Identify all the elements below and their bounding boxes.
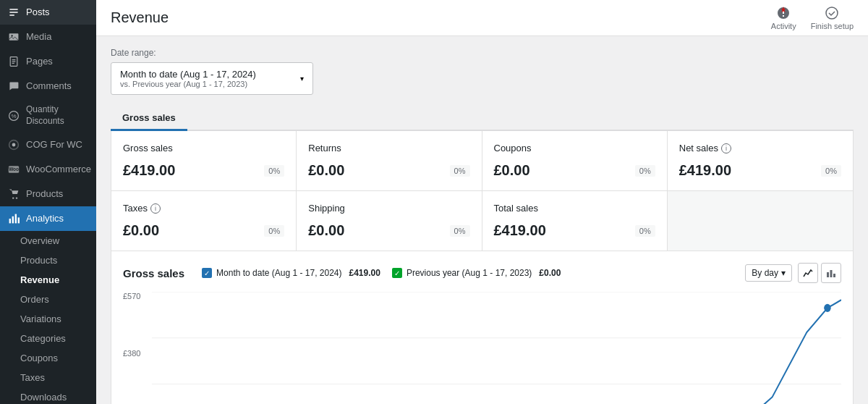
analytics-submenu: Overview Products Revenue Orders Variati…: [0, 231, 96, 404]
stat-value-total-sales: £419.00: [494, 222, 546, 239]
date-range-main: Month to date (Aug 1 - 17, 2024): [120, 69, 256, 80]
stat-badge-gross-sales: 0%: [264, 165, 284, 177]
svg-point-25: [824, 304, 831, 312]
sub-item-variations[interactable]: Variations: [0, 309, 96, 329]
pages-icon: [7, 55, 20, 68]
date-range-selector[interactable]: Month to date (Aug 1 - 17, 2024) vs. Pre…: [111, 62, 313, 95]
svg-rect-14: [12, 216, 14, 224]
stat-badge-coupons: 0%: [635, 165, 655, 177]
sidebar-item-media[interactable]: Media: [0, 25, 96, 49]
sub-item-categories[interactable]: Categories: [0, 329, 96, 348]
stat-label-total-sales: Total sales: [494, 203, 655, 214]
date-range-sub: vs. Previous year (Aug 1 - 17, 2023): [120, 80, 256, 88]
stat-taxes: Taxes i £0.00 0%: [111, 191, 297, 251]
stat-net-sales: Net sales i £419.00 0%: [668, 131, 853, 190]
products-icon: [7, 188, 20, 201]
line-chart-button[interactable]: [798, 263, 818, 283]
sidebar-item-cog-for-wc[interactable]: COG For WC: [0, 132, 96, 157]
info-icon-net-sales[interactable]: i: [721, 143, 731, 153]
y-label-380: £380: [123, 349, 140, 358]
stat-value-coupons: £0.00: [494, 162, 530, 179]
legend-previous: ✓ Previous year (Aug 1 - 17, 2023) £0.00: [392, 268, 561, 278]
by-day-label: By day: [752, 268, 778, 278]
tab-gross-sales[interactable]: Gross sales: [111, 106, 187, 131]
svg-rect-16: [18, 218, 20, 224]
stat-badge-shipping: 0%: [450, 225, 470, 237]
svg-text:%: %: [11, 113, 16, 119]
info-icon-taxes[interactable]: i: [150, 203, 161, 214]
chart-svg-container: [152, 292, 841, 404]
stat-label-shipping: Shipping: [308, 203, 469, 214]
by-day-selector[interactable]: By day ▾: [745, 264, 792, 282]
sidebar-label-woocommerce: WooCommerce: [26, 164, 91, 175]
svg-point-12: [16, 198, 17, 199]
svg-rect-13: [9, 219, 11, 223]
stat-returns: Returns £0.00 0%: [297, 131, 482, 190]
sidebar-item-analytics[interactable]: Analytics: [0, 206, 96, 231]
sidebar-label-analytics: Analytics: [26, 213, 64, 224]
main-content: Revenue Activity Finish setup Date range…: [96, 0, 868, 404]
stat-label-net-sales: Net sales i: [679, 143, 841, 153]
stat-empty: [668, 191, 853, 251]
finish-setup-button[interactable]: Finish setup: [811, 6, 854, 30]
header-actions: Activity Finish setup: [771, 6, 854, 30]
svg-rect-18: [827, 272, 829, 277]
chart-controls: By day ▾: [745, 263, 841, 283]
sub-item-taxes[interactable]: Taxes: [0, 368, 96, 387]
sidebar-item-woocommerce[interactable]: Woo WooCommerce: [0, 157, 96, 182]
stat-label-taxes: Taxes i: [123, 203, 284, 214]
sub-item-overview[interactable]: Overview: [0, 231, 96, 251]
stat-label-coupons: Coupons: [494, 143, 655, 153]
activity-label: Activity: [771, 22, 796, 30]
chart-tabs: Gross sales: [111, 106, 854, 131]
chevron-down-icon: ▾: [300, 75, 304, 83]
chart-header: Gross sales ✓ Month to date (Aug 1 - 17,…: [123, 263, 841, 283]
analytics-icon: [7, 212, 20, 225]
sidebar-item-products[interactable]: Products: [0, 182, 96, 206]
posts-icon: [7, 6, 20, 19]
sidebar: Posts Media Pages Comments % Quantity Di…: [0, 0, 96, 404]
sidebar-item-posts[interactable]: Posts: [0, 0, 96, 25]
activity-button[interactable]: Activity: [771, 6, 796, 30]
sub-item-coupons[interactable]: Coupons: [0, 348, 96, 368]
sidebar-label-quantity-discounts: Quantity Discounts: [26, 104, 89, 127]
bar-chart-button[interactable]: [821, 263, 841, 283]
svg-point-11: [12, 198, 14, 199]
stats-row-2: Taxes i £0.00 0% Shipping £0.00 0%: [111, 191, 854, 251]
sidebar-item-comments[interactable]: Comments: [0, 74, 96, 98]
date-range-label: Date range:: [111, 48, 854, 58]
chart-type-buttons: [798, 263, 841, 283]
content-area: Date range: Month to date (Aug 1 - 17, 2…: [96, 36, 868, 404]
stat-badge-returns: 0%: [450, 165, 470, 177]
stat-label-gross-sales: Gross sales: [123, 143, 284, 153]
page-header: Revenue Activity Finish setup: [96, 0, 868, 36]
sidebar-label-pages: Pages: [26, 56, 53, 67]
y-label-570: £570: [123, 292, 140, 300]
legend-check-previous[interactable]: ✓: [392, 268, 402, 278]
chart-y-labels: £570 £380 £190: [123, 292, 140, 404]
page-title: Revenue: [111, 9, 169, 26]
sub-item-products[interactable]: Products: [0, 251, 96, 270]
cog-icon: [7, 138, 20, 151]
stat-value-shipping: £0.00: [308, 222, 344, 239]
sub-item-revenue[interactable]: Revenue: [0, 270, 96, 290]
sub-item-downloads[interactable]: Downloads: [0, 387, 96, 404]
finish-setup-label: Finish setup: [811, 22, 854, 30]
sub-item-orders[interactable]: Orders: [0, 290, 96, 309]
svg-point-17: [826, 7, 838, 19]
svg-point-8: [12, 143, 16, 147]
chart-section: Gross sales ✓ Month to date (Aug 1 - 17,…: [111, 251, 854, 404]
sidebar-label-cog: COG For WC: [26, 139, 82, 151]
legend-value-current: £419.00: [349, 268, 380, 278]
sidebar-item-pages[interactable]: Pages: [0, 49, 96, 74]
sidebar-item-quantity-discounts[interactable]: % Quantity Discounts: [0, 98, 96, 132]
activity-icon: [776, 6, 791, 20]
svg-rect-19: [830, 270, 833, 277]
legend-check-current[interactable]: ✓: [202, 268, 212, 278]
legend-current: ✓ Month to date (Aug 1 - 17, 2024) £419.…: [202, 268, 380, 278]
media-icon: [7, 30, 20, 43]
legend-label-current: Month to date (Aug 1 - 17, 2024): [216, 268, 341, 278]
chart-area: £570 £380 £190: [123, 292, 841, 404]
chart-title: Gross sales: [123, 267, 184, 279]
stat-badge-net-sales: 0%: [821, 165, 841, 177]
